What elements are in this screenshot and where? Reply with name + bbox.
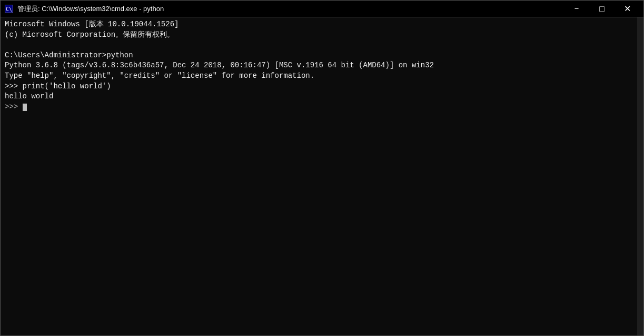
terminal-prompt: >>> [5, 102, 633, 113]
close-button[interactable]: ✕ [615, 1, 639, 17]
window-title: 管理员: C:\Windows\system32\cmd.exe - pytho… [17, 4, 164, 14]
terminal-line-1: Microsoft Windows [版本 10.0.19044.1526] [5, 19, 633, 30]
title-bar-controls: － □ ✕ [564, 1, 639, 17]
terminal-line-2: (c) Microsoft Corporation。保留所有权利。 [5, 30, 633, 40]
terminal-line-7: >>> print('hello world') [5, 82, 633, 92]
minimize-button[interactable]: － [564, 1, 589, 17]
content-area: Microsoft Windows [版本 10.0.19044.1526] (… [1, 17, 643, 335]
terminal-line-5: Python 3.6.8 (tags/v3.6.8:3c6b436a57, De… [5, 60, 633, 71]
terminal-line-6: Type "help", "copyright", "credits" or "… [5, 71, 633, 82]
svg-text:C\: C\ [6, 6, 12, 12]
maximize-button[interactable]: □ [590, 1, 614, 17]
cmd-window: C\ 管理员: C:\Windows\system32\cmd.exe - py… [0, 0, 644, 336]
scrollbar[interactable] [637, 17, 643, 335]
terminal-line-8: hello world [5, 91, 633, 102]
title-bar: C\ 管理员: C:\Windows\system32\cmd.exe - py… [1, 1, 643, 17]
terminal-line-3 [5, 40, 633, 50]
title-bar-left: C\ 管理员: C:\Windows\system32\cmd.exe - py… [5, 4, 164, 14]
cursor [23, 104, 27, 111]
cmd-icon: C\ [5, 5, 13, 13]
terminal-line-4: C:\Users\Administrator>python [5, 50, 633, 61]
terminal[interactable]: Microsoft Windows [版本 10.0.19044.1526] (… [1, 17, 637, 335]
